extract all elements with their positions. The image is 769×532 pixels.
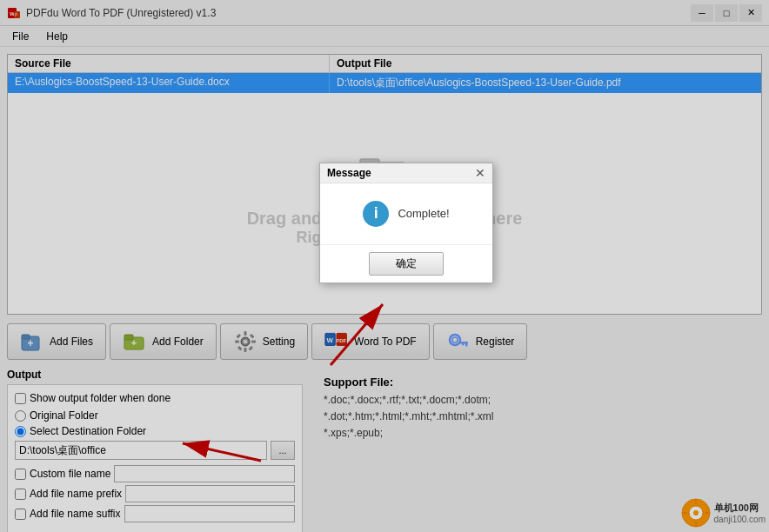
- dialog-close-button[interactable]: ✕: [475, 167, 485, 179]
- dialog-header: Message ✕: [320, 163, 492, 183]
- dialog-ok-button[interactable]: 确定: [369, 252, 444, 276]
- message-dialog: Message ✕ i Complete! 确定: [319, 163, 493, 283]
- dialog-overlay: Message ✕ i Complete! 确定: [0, 0, 769, 532]
- dialog-message: Complete!: [398, 207, 449, 220]
- dialog-body: i Complete!: [320, 183, 492, 244]
- dialog-footer: 确定: [320, 244, 492, 283]
- dialog-title: Message: [327, 167, 371, 179]
- dialog-icon-label: i: [374, 204, 378, 223]
- dialog-info-icon: i: [363, 201, 389, 227]
